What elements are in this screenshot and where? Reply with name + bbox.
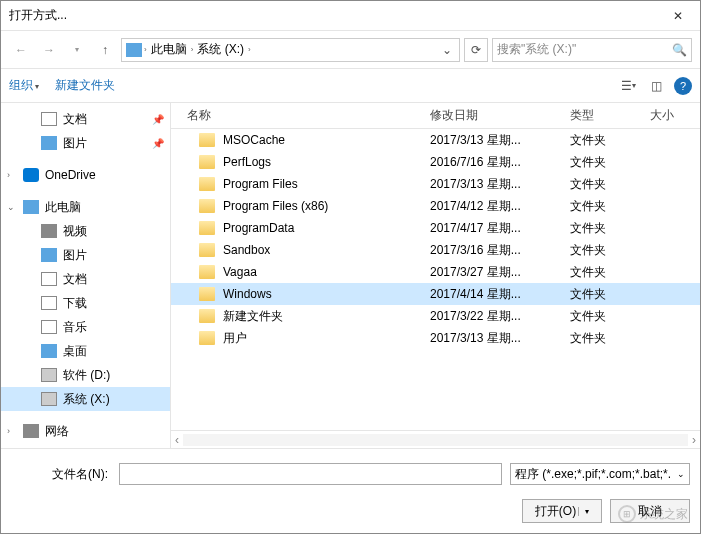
scroll-right-icon[interactable]: › — [692, 433, 696, 447]
tree-item[interactable]: 下载 — [1, 291, 170, 315]
split-chevron-icon[interactable]: ▾ — [578, 507, 589, 516]
scrollbar-track[interactable] — [183, 434, 688, 446]
tree-item[interactable]: 视频 — [1, 219, 170, 243]
view-options-button[interactable]: ☰▾ — [618, 76, 638, 96]
tree-item[interactable]: 桌面 — [1, 339, 170, 363]
open-button[interactable]: 打开(O) ▾ — [522, 499, 602, 523]
expand-chevron-icon[interactable]: ⌄ — [7, 202, 17, 212]
tree-label: 桌面 — [63, 343, 87, 360]
column-headers[interactable]: 名称 修改日期 类型 大小 — [171, 103, 700, 129]
breadcrumb-segment[interactable]: 系统 (X:) — [195, 41, 246, 58]
folder-icon — [199, 309, 215, 323]
net-icon — [23, 424, 39, 438]
tree-item[interactable]: ›OneDrive — [1, 163, 170, 187]
filename-label: 文件名(N): — [11, 466, 111, 483]
up-button[interactable]: ↑ — [93, 38, 117, 62]
tree-item[interactable]: 文档📌 — [1, 107, 170, 131]
folder-icon — [199, 221, 215, 235]
help-button[interactable]: ? — [674, 77, 692, 95]
file-row[interactable]: PerfLogs2016/7/16 星期...文件夹 — [171, 151, 700, 173]
navbar: ← → ▾ ↑ › 此电脑 › 系统 (X:) › ⌄ ⟳ 搜索"系统 (X:)… — [1, 31, 700, 69]
address-dropdown[interactable]: ⌄ — [439, 43, 455, 57]
recent-dropdown[interactable]: ▾ — [65, 38, 89, 62]
file-type: 文件夹 — [570, 330, 650, 347]
pic-icon — [41, 136, 57, 150]
file-type: 文件夹 — [570, 154, 650, 171]
organize-menu[interactable]: 组织 — [9, 77, 39, 94]
cloud-icon — [23, 168, 39, 182]
tree-label: 此电脑 — [45, 199, 81, 216]
file-date: 2017/3/22 星期... — [430, 308, 570, 325]
folder-icon — [199, 177, 215, 191]
tree-item[interactable]: 音乐 — [1, 315, 170, 339]
header-type[interactable]: 类型 — [570, 107, 650, 124]
chevron-right-icon[interactable]: › — [144, 45, 147, 54]
file-row[interactable]: 用户2017/3/13 星期...文件夹 — [171, 327, 700, 349]
folder-icon — [199, 331, 215, 345]
file-date: 2017/4/12 星期... — [430, 198, 570, 215]
dialog-footer: 文件名(N): 程序 (*.exe;*.pif;*.com;*.bat;*. ⌄… — [1, 448, 700, 533]
file-date: 2017/4/14 星期... — [430, 286, 570, 303]
tree-item[interactable]: 系统 (X:) — [1, 387, 170, 411]
pc-icon — [23, 200, 39, 214]
file-row[interactable]: 新建文件夹2017/3/22 星期...文件夹 — [171, 305, 700, 327]
close-button[interactable]: ✕ — [655, 1, 700, 31]
scroll-left-icon[interactable]: ‹ — [175, 433, 179, 447]
breadcrumb-segment[interactable]: 此电脑 — [149, 41, 189, 58]
file-row[interactable]: Program Files2017/3/13 星期...文件夹 — [171, 173, 700, 195]
header-size[interactable]: 大小 — [650, 107, 700, 124]
tree-label: 下载 — [63, 295, 87, 312]
file-name: Sandbox — [223, 243, 270, 257]
chevron-right-icon[interactable]: › — [248, 45, 251, 54]
search-input[interactable]: 搜索"系统 (X:)" 🔍 — [492, 38, 692, 62]
tree-item[interactable]: ⌄此电脑 — [1, 195, 170, 219]
content-area: 文档📌图片📌›OneDrive⌄此电脑视频图片文档下载音乐桌面软件 (D:)系统… — [1, 103, 700, 448]
tree-label: 音乐 — [63, 319, 87, 336]
tree-item[interactable]: 文档 — [1, 267, 170, 291]
tree-label: 视频 — [63, 223, 87, 240]
file-name: 新建文件夹 — [223, 308, 283, 325]
tree-item[interactable]: ›网络 — [1, 419, 170, 443]
chevron-right-icon[interactable]: › — [191, 45, 194, 54]
new-folder-button[interactable]: 新建文件夹 — [55, 77, 115, 94]
file-date: 2016/7/16 星期... — [430, 154, 570, 171]
folder-icon — [199, 133, 215, 147]
preview-pane-button[interactable]: ◫ — [646, 76, 666, 96]
filter-text: 程序 (*.exe;*.pif;*.com;*.bat;*. — [515, 466, 671, 483]
file-row[interactable]: Windows2017/4/14 星期...文件夹 — [171, 283, 700, 305]
file-type: 文件夹 — [570, 176, 650, 193]
pic-icon — [41, 248, 57, 262]
search-icon: 🔍 — [672, 43, 687, 57]
expand-chevron-icon[interactable]: › — [7, 170, 17, 180]
file-row[interactable]: Vagaa2017/3/27 星期...文件夹 — [171, 261, 700, 283]
folder-icon — [199, 243, 215, 257]
tree-item[interactable]: 图片 — [1, 243, 170, 267]
drive-icon — [41, 368, 57, 382]
refresh-button[interactable]: ⟳ — [464, 38, 488, 62]
doc-icon — [41, 112, 57, 126]
dl-icon — [41, 296, 57, 310]
address-bar[interactable]: › 此电脑 › 系统 (X:) › ⌄ — [121, 38, 460, 62]
file-date: 2017/3/16 星期... — [430, 242, 570, 259]
tree-label: 文档 — [63, 111, 87, 128]
cancel-button[interactable]: 取消 — [610, 499, 690, 523]
back-button[interactable]: ← — [9, 38, 33, 62]
expand-chevron-icon[interactable]: › — [7, 426, 17, 436]
folder-icon — [199, 287, 215, 301]
file-row[interactable]: MSOCache2017/3/13 星期...文件夹 — [171, 129, 700, 151]
navigation-tree[interactable]: 文档📌图片📌›OneDrive⌄此电脑视频图片文档下载音乐桌面软件 (D:)系统… — [1, 103, 171, 448]
file-name: Vagaa — [223, 265, 257, 279]
file-type: 文件夹 — [570, 286, 650, 303]
horizontal-scrollbar[interactable]: ‹ › — [171, 430, 700, 448]
file-row[interactable]: ProgramData2017/4/17 星期...文件夹 — [171, 217, 700, 239]
tree-item[interactable]: 软件 (D:) — [1, 363, 170, 387]
file-row[interactable]: Sandbox2017/3/16 星期...文件夹 — [171, 239, 700, 261]
header-date[interactable]: 修改日期 — [430, 107, 570, 124]
tree-item[interactable]: 图片📌 — [1, 131, 170, 155]
file-list[interactable]: MSOCache2017/3/13 星期...文件夹PerfLogs2016/7… — [171, 129, 700, 430]
file-row[interactable]: Program Files (x86)2017/4/12 星期...文件夹 — [171, 195, 700, 217]
file-type-filter[interactable]: 程序 (*.exe;*.pif;*.com;*.bat;*. ⌄ — [510, 463, 690, 485]
header-name[interactable]: 名称 — [171, 107, 430, 124]
filename-input[interactable] — [119, 463, 502, 485]
music-icon — [41, 320, 57, 334]
